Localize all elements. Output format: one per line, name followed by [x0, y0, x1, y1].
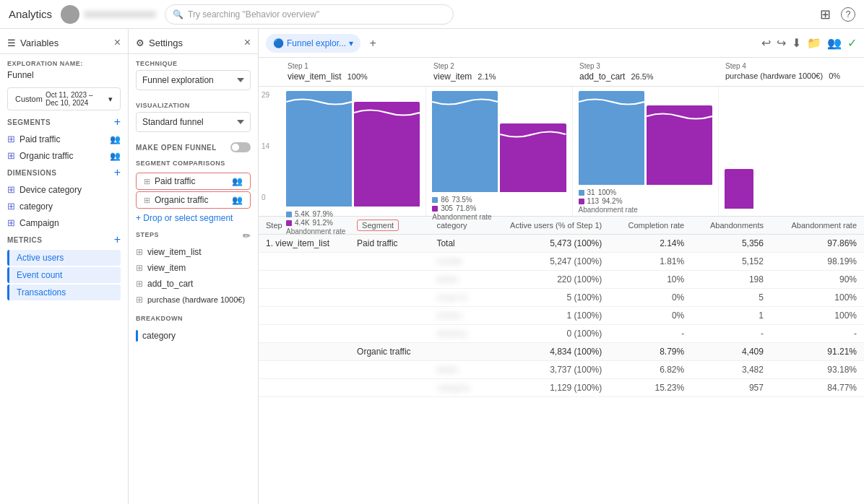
add-segment-button[interactable]: + — [114, 116, 121, 128]
gear-icon: ⚙ — [136, 38, 144, 48]
dimension-device-category[interactable]: ⊞ Device category — [0, 181, 128, 198]
segment-comparisons-section: SEGMENT COMPARISONS — [129, 157, 258, 171]
settings-close-button[interactable]: × — [244, 36, 251, 49]
visualization-dropdown[interactable]: Standard funnel — [136, 112, 251, 132]
step-item-4: ⊞ purchase (hardware 1000€) — [136, 292, 251, 308]
metrics-label: METRICS — [7, 236, 43, 244]
segment-name: Paid traffic — [20, 134, 60, 144]
open-funnel-toggle[interactable] — [230, 142, 251, 152]
table-row: smart tv 5 (100%) 0% 5 100% — [259, 289, 864, 307]
table-row: tablet 3,737 (100%) 6.82% 3,482 93.18% — [259, 361, 864, 379]
cell-abandonment-rate: 97.86% — [771, 235, 864, 253]
cell-active-users: 3,737 (100%) — [485, 361, 609, 379]
cell-category: desktop — [429, 325, 485, 343]
segment-comparison-organic[interactable]: ⊞ Organic traffic 👥 — [136, 191, 251, 209]
variables-panel: ☰ Variables × EXPLORATION NAME: Funnel C… — [0, 29, 129, 504]
funnel-steps-header: Step 1 view_item_list 100% Step 2 view_i… — [259, 58, 864, 87]
cell-active-users: 1,129 (100%) — [485, 379, 609, 397]
variables-close-button[interactable]: × — [114, 36, 121, 49]
undo-icon[interactable]: ↩ — [761, 36, 771, 50]
drag-icon: ⊞ — [7, 134, 15, 144]
segment-organic-traffic[interactable]: ⊞ Organic traffic 👥 — [0, 147, 128, 164]
date-range-value: Oct 11, 2023 – Dec 10, 2024 — [46, 91, 105, 107]
drop-segment-button[interactable]: + Drop or select segment — [129, 210, 258, 226]
funnel-table: Step Segment category Active users (% of… — [259, 217, 864, 397]
step-name-3: add_to_cart — [579, 71, 625, 82]
cell-abandonments: 3,482 — [691, 361, 771, 379]
bar-blue-3 — [579, 91, 644, 185]
step-name-1: view_item_list — [288, 71, 342, 82]
metric-transactions: Transactions — [7, 284, 121, 300]
folder-icon[interactable]: 📁 — [807, 36, 821, 50]
table-row: tablet 220 (100%) 10% 198 90% — [259, 271, 864, 289]
cell-completion-rate: 6.82% — [609, 361, 691, 379]
cell-completion-rate: 2.14% — [609, 235, 691, 253]
dimension-campaign[interactable]: ⊞ Campaign — [0, 214, 128, 231]
download-icon[interactable]: ⬇ — [792, 36, 801, 50]
chart-col-1: 5.4K 97.9% 4.4K 91.2% Abandonment rate — [280, 87, 426, 216]
cell-active-users: 0 (100%) — [485, 325, 609, 343]
step-item-1: ⊞ view_item_list — [136, 244, 251, 260]
add-tab-button[interactable]: + — [363, 34, 382, 53]
cell-active-users: 4,834 (100%) — [485, 343, 609, 361]
wave-svg — [286, 97, 352, 107]
cell-abandonments: 5 — [691, 289, 771, 307]
step-pct-2: 2.1% — [478, 72, 496, 81]
cell-category: (other) — [429, 307, 485, 325]
cell-active-users: 5,473 (100%) — [485, 235, 609, 253]
share-icon[interactable]: 👥 — [827, 36, 842, 50]
cell-category: tablet — [429, 271, 485, 289]
cell-completion-rate: 10% — [609, 271, 691, 289]
open-funnel-label: MAKE OPEN FUNNEL — [136, 144, 217, 152]
segment-comparison-name: Paid traffic — [155, 176, 195, 186]
metric-event-count: Event count — [7, 267, 121, 283]
steps-section: STEPS ✏ ⊞ view_item_list ⊞ view_item ⊞ a… — [129, 226, 258, 312]
segment-comparisons-label: SEGMENT COMPARISONS — [136, 160, 251, 167]
help-icon[interactable]: ? — [841, 7, 855, 22]
segment-comparison-paid[interactable]: ⊞ Paid traffic 👥 — [136, 173, 251, 190]
people-icon: 👥 — [232, 195, 243, 205]
people-icon: 👥 — [110, 134, 121, 144]
step-name: view_item_list — [147, 247, 202, 257]
step-label-4: Step 4 — [725, 62, 857, 70]
dot-blue — [579, 190, 584, 196]
date-label: Custom — [15, 95, 43, 103]
cell-segment — [350, 361, 429, 379]
cell-step — [259, 253, 350, 271]
cell-active-users: 5,247 (100%) — [485, 253, 609, 271]
drag-icon: ⊞ — [136, 295, 143, 305]
dimension-category[interactable]: ⊞ category — [0, 198, 128, 214]
step-label-1: Step 1 — [288, 62, 419, 70]
dot-purple — [432, 206, 438, 212]
date-range-selector[interactable]: Custom Oct 11, 2023 – Dec 10, 2024 ▾ — [7, 87, 121, 110]
cell-step — [259, 361, 350, 379]
steps-label: STEPS — [136, 231, 159, 238]
add-dimension-button[interactable]: + — [114, 167, 121, 178]
cell-completion-rate: 1.81% — [609, 253, 691, 271]
dimension-name: Device category — [20, 185, 82, 195]
table-row: category 1,129 (100%) 15.23% 957 84.77% — [259, 379, 864, 397]
apps-icon[interactable]: ⊞ — [820, 6, 831, 22]
cell-segment — [350, 325, 429, 343]
search-icon: 🔍 — [173, 9, 183, 19]
tab-funnel-icon: 🔵 — [273, 38, 284, 48]
segments-row: SEGMENTS + — [0, 113, 128, 131]
technique-dropdown[interactable]: Funnel exploration — [136, 70, 251, 90]
tab-label: Funnel explor... — [287, 38, 346, 48]
top-nav: Analytics 🔍 Try searching "Behavior over… — [0, 0, 864, 29]
settings-panel: ⚙ Settings × TECHNIQUE Funnel exploratio… — [129, 29, 259, 504]
visualization-section: VISUALIZATION Standard funnel — [129, 96, 258, 138]
edit-steps-icon[interactable]: ✏ — [243, 230, 251, 241]
cell-abandonment-rate: 91.21% — [771, 343, 864, 361]
drag-icon: ⊞ — [7, 217, 15, 228]
search-bar[interactable]: 🔍 Try searching "Behavior overview" — [165, 4, 454, 25]
cell-abandonment-rate: 100% — [771, 307, 864, 325]
add-metric-button[interactable]: + — [114, 234, 121, 246]
dimension-name: category — [20, 201, 53, 212]
step-pct-3: 26.5% — [631, 72, 653, 81]
cell-abandonments: 4,409 — [691, 343, 771, 361]
segment-paid-traffic[interactable]: ⊞ Paid traffic 👥 — [0, 131, 128, 147]
redo-icon[interactable]: ↪ — [777, 36, 786, 50]
bar-blue-2 — [432, 91, 498, 192]
tab-funnel-explor[interactable]: 🔵 Funnel explor... ▾ — [266, 34, 360, 53]
